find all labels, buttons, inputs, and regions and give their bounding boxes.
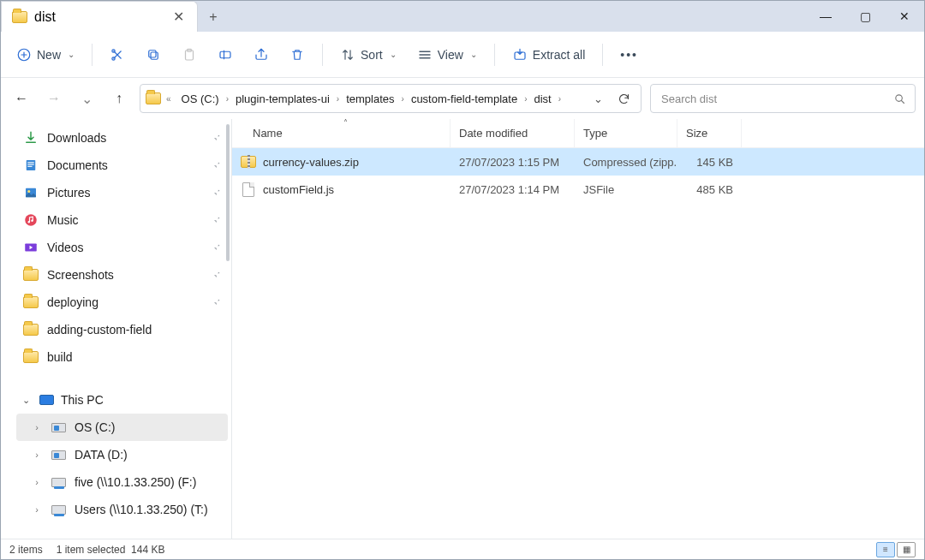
breadcrumb-item[interactable]: plugin-templates-ui bbox=[230, 90, 335, 108]
recent-dropdown[interactable]: ⌄ bbox=[75, 86, 98, 110]
sidebar-item[interactable]: Documents bbox=[16, 152, 228, 179]
address-dropdown[interactable]: ⌄ bbox=[586, 86, 610, 110]
svg-point-16 bbox=[25, 214, 37, 226]
sidebar[interactable]: DownloadsDocumentsPicturesMusicVideosScr… bbox=[1, 119, 232, 539]
search-box[interactable] bbox=[650, 84, 916, 113]
pic-icon bbox=[23, 185, 39, 200]
svg-point-15 bbox=[27, 190, 30, 193]
divider bbox=[92, 44, 92, 66]
sidebar-item[interactable]: deploying bbox=[16, 289, 228, 316]
rename-button[interactable] bbox=[209, 39, 242, 71]
pin-icon bbox=[211, 268, 221, 282]
file-name: customField.js bbox=[263, 183, 334, 196]
paste-button[interactable] bbox=[173, 39, 206, 71]
new-button[interactable]: New ⌄ bbox=[8, 39, 83, 71]
sidebar-item[interactable]: Pictures bbox=[16, 179, 228, 206]
chevron-right-icon[interactable]: › bbox=[32, 450, 42, 460]
refresh-button[interactable] bbox=[612, 86, 636, 110]
column-date[interactable]: Date modified bbox=[451, 119, 575, 147]
sidebar-item[interactable]: Downloads bbox=[16, 124, 228, 152]
file-type-cell: JSFile bbox=[575, 176, 677, 203]
drive-icon bbox=[51, 420, 66, 435]
doc-icon bbox=[23, 158, 39, 173]
view-label: View bbox=[438, 48, 463, 62]
refresh-icon bbox=[618, 92, 630, 105]
file-size-cell: 145 KB bbox=[677, 148, 742, 176]
navigation-row: ← → ⌄ ↑ « OS (C:)›plugin-templates-ui›te… bbox=[1, 78, 924, 119]
sidebar-item-label: adding-custom-field bbox=[47, 323, 152, 337]
tab-close-button[interactable]: ✕ bbox=[170, 9, 187, 26]
forward-button[interactable]: → bbox=[42, 86, 66, 110]
file-row[interactable]: customField.js27/07/2023 1:14 PMJSFile48… bbox=[232, 176, 924, 203]
chevron-right-icon[interactable]: › bbox=[522, 94, 528, 104]
back-button[interactable]: ← bbox=[9, 86, 33, 110]
more-button[interactable]: ••• bbox=[612, 39, 647, 71]
column-type[interactable]: Type bbox=[575, 119, 677, 147]
pin-icon bbox=[211, 295, 221, 309]
close-button[interactable]: ✕ bbox=[885, 1, 924, 32]
ellipsis-icon: ••• bbox=[620, 48, 638, 62]
column-size[interactable]: Size bbox=[677, 119, 742, 147]
drive-label: DATA (D:) bbox=[75, 448, 128, 462]
sidebar-item[interactable]: Videos bbox=[16, 234, 228, 261]
chevron-down-icon: ⌄ bbox=[470, 50, 477, 59]
up-button[interactable]: ↑ bbox=[107, 86, 131, 110]
window-controls: — ▢ ✕ bbox=[806, 1, 924, 32]
address-bar[interactable]: « OS (C:)›plugin-templates-ui›templates›… bbox=[140, 84, 642, 113]
chevron-right-icon[interactable]: › bbox=[32, 422, 42, 432]
tab-current[interactable]: dist ✕ bbox=[1, 1, 198, 32]
column-name[interactable]: Name bbox=[232, 119, 451, 147]
breadcrumb-item[interactable]: OS (C:) bbox=[176, 90, 224, 108]
folder-icon bbox=[23, 349, 39, 365]
status-bar: 2 items 1 item selected 144 KB ≡ ▦ bbox=[1, 539, 924, 559]
sidebar-scrollbar[interactable] bbox=[223, 119, 231, 539]
details-view-button[interactable]: ≡ bbox=[876, 542, 895, 557]
svg-rect-7 bbox=[220, 51, 230, 58]
svg-rect-4 bbox=[149, 50, 156, 57]
extract-label: Extract all bbox=[533, 48, 585, 62]
new-tab-button[interactable]: + bbox=[198, 3, 229, 32]
breadcrumb-item[interactable]: templates bbox=[341, 90, 399, 108]
extract-icon bbox=[512, 47, 528, 63]
cut-button[interactable] bbox=[101, 39, 134, 71]
sidebar-this-pc[interactable]: ⌄ This PC bbox=[16, 386, 228, 414]
sidebar-item[interactable]: Music bbox=[16, 206, 228, 234]
breadcrumb-item[interactable]: dist bbox=[529, 90, 557, 108]
drive-item[interactable]: ›DATA (D:) bbox=[16, 441, 228, 468]
delete-button[interactable] bbox=[281, 39, 313, 71]
drive-item[interactable]: ›five (\\10.1.33.250) (F:) bbox=[16, 468, 228, 496]
chevron-right-icon[interactable]: › bbox=[32, 504, 42, 515]
file-type-cell: Compressed (zipp... bbox=[575, 148, 677, 176]
drive-item[interactable]: ›Users (\\10.1.33.250) (T:) bbox=[16, 496, 228, 523]
search-input[interactable] bbox=[659, 92, 886, 106]
chevron-right-icon[interactable]: › bbox=[557, 94, 563, 104]
copy-button[interactable] bbox=[137, 39, 170, 71]
file-explorer-window: dist ✕ + — ▢ ✕ New ⌄ Sort ⌄ Vie bbox=[0, 0, 925, 560]
chevron-right-icon[interactable]: › bbox=[32, 477, 42, 487]
file-name: currency-values.zip bbox=[263, 156, 359, 169]
maximize-button[interactable]: ▢ bbox=[845, 1, 885, 32]
breadcrumb-item[interactable]: custom-field-template bbox=[406, 90, 522, 108]
netdrive-icon bbox=[51, 502, 66, 517]
file-name-cell: customField.js bbox=[232, 176, 451, 203]
sidebar-item[interactable]: Screenshots bbox=[16, 261, 228, 289]
chevron-right-icon[interactable]: › bbox=[224, 94, 230, 104]
sidebar-item[interactable]: adding-custom-field bbox=[16, 316, 228, 343]
thumbnails-view-button[interactable]: ▦ bbox=[897, 542, 916, 557]
sort-button[interactable]: Sort ⌄ bbox=[331, 39, 405, 71]
trash-icon bbox=[289, 47, 305, 63]
chevron-right-icon[interactable]: › bbox=[400, 94, 406, 104]
file-row[interactable]: currency-values.zip27/07/2023 1:15 PMCom… bbox=[232, 148, 924, 176]
pin-icon bbox=[211, 213, 221, 227]
sidebar-item-label: Downloads bbox=[47, 131, 106, 145]
chevron-right-icon[interactable]: › bbox=[335, 94, 341, 104]
extract-all-button[interactable]: Extract all bbox=[504, 39, 594, 71]
share-button[interactable] bbox=[245, 39, 278, 71]
sidebar-item[interactable]: build bbox=[16, 343, 228, 371]
folder-icon bbox=[23, 295, 39, 310]
breadcrumb-overflow[interactable]: « bbox=[164, 94, 173, 104]
drive-item[interactable]: ›OS (C:) bbox=[16, 414, 228, 441]
view-button[interactable]: View ⌄ bbox=[409, 39, 486, 71]
drive-icon bbox=[51, 447, 66, 462]
minimize-button[interactable]: — bbox=[806, 1, 845, 32]
